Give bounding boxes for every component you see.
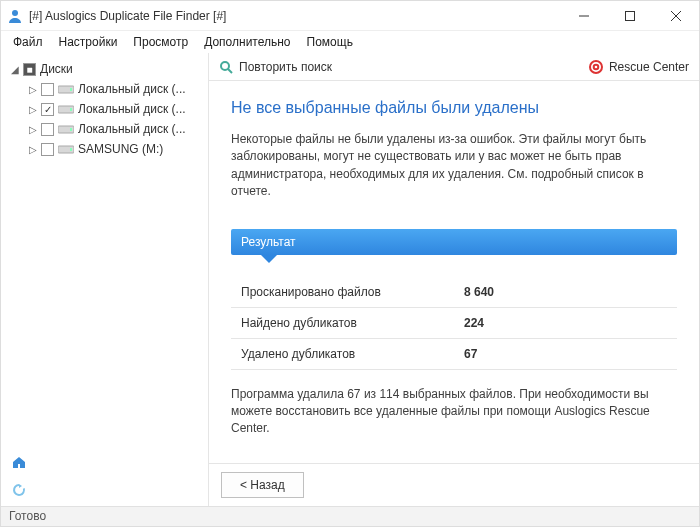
table-row: Найдено дубликатов 224 bbox=[231, 307, 677, 338]
menu-file[interactable]: Файл bbox=[5, 33, 51, 51]
table-row: Удалено дубликатов 67 bbox=[231, 338, 677, 369]
disk-icon bbox=[58, 123, 74, 135]
stat-label: Удалено дубликатов bbox=[231, 338, 454, 369]
svg-point-0 bbox=[12, 10, 18, 16]
tree-root[interactable]: ◢ ■ Диски bbox=[9, 59, 204, 79]
rescue-center-button[interactable]: Rescue Center bbox=[589, 60, 689, 74]
expand-icon[interactable]: ▷ bbox=[27, 104, 39, 115]
svg-rect-6 bbox=[70, 88, 72, 91]
disk-icon bbox=[58, 83, 74, 95]
footer-bar: < Назад bbox=[209, 463, 699, 506]
svg-point-13 bbox=[221, 62, 229, 70]
search-icon bbox=[219, 60, 233, 74]
disk-icon bbox=[58, 143, 74, 155]
result-paragraph: Некоторые файлы не были удалены из-за ош… bbox=[231, 131, 677, 201]
svg-point-16 bbox=[594, 64, 599, 69]
result-headline: Не все выбранные файлы были удалены bbox=[231, 99, 677, 117]
svg-rect-12 bbox=[70, 148, 72, 151]
repeat-label: Повторить поиск bbox=[239, 60, 332, 74]
tree-root-label: Диски bbox=[40, 62, 73, 76]
svg-rect-8 bbox=[70, 108, 72, 111]
menu-extra[interactable]: Дополнительно bbox=[196, 33, 298, 51]
disk-icon bbox=[58, 103, 74, 115]
home-icon[interactable] bbox=[11, 454, 27, 470]
result-section-label: Результат bbox=[241, 235, 296, 249]
checkbox[interactable]: ✓ bbox=[41, 103, 54, 116]
menu-settings[interactable]: Настройки bbox=[51, 33, 126, 51]
window-controls bbox=[561, 1, 699, 31]
close-button[interactable] bbox=[653, 1, 699, 31]
tree-item[interactable]: ▷ Локальный диск (... bbox=[27, 79, 204, 99]
stats-table: Просканировано файлов 8 640 Найдено дубл… bbox=[231, 277, 677, 370]
stat-value: 67 bbox=[454, 338, 677, 369]
rescue-label: Rescue Center bbox=[609, 60, 689, 74]
tree-item[interactable]: ▷ ✓ Локальный диск (... bbox=[27, 99, 204, 119]
toolbar: Повторить поиск Rescue Center bbox=[209, 53, 699, 81]
expand-icon[interactable]: ▷ bbox=[27, 144, 39, 155]
stat-label: Найдено дубликатов bbox=[231, 307, 454, 338]
summary-text: Программа удалила 67 из 114 выбранных фа… bbox=[231, 386, 677, 438]
svg-line-14 bbox=[228, 69, 232, 73]
svg-rect-2 bbox=[626, 11, 635, 20]
expand-icon[interactable]: ▷ bbox=[27, 124, 39, 135]
statusbar: Готово bbox=[1, 506, 699, 526]
maximize-button[interactable] bbox=[607, 1, 653, 31]
checkbox[interactable]: ■ bbox=[23, 63, 36, 76]
stat-value: 224 bbox=[454, 307, 677, 338]
table-row: Просканировано файлов 8 640 bbox=[231, 277, 677, 308]
app-icon bbox=[7, 8, 23, 24]
tree-item-label: Локальный диск (... bbox=[78, 122, 186, 136]
collapse-icon[interactable]: ◢ bbox=[9, 64, 21, 75]
sidebar: ◢ ■ Диски ▷ Локальный диск (... ▷ ✓ Лока… bbox=[1, 53, 209, 506]
repeat-search-button[interactable]: Повторить поиск bbox=[219, 60, 332, 74]
checkbox[interactable] bbox=[41, 143, 54, 156]
refresh-icon[interactable] bbox=[11, 482, 27, 498]
svg-point-15 bbox=[590, 61, 602, 73]
window-title: [#] Auslogics Duplicate File Finder [#] bbox=[29, 9, 226, 23]
main-panel: Повторить поиск Rescue Center Не все выб… bbox=[209, 53, 699, 506]
menubar: Файл Настройки Просмотр Дополнительно По… bbox=[1, 31, 699, 53]
life-ring-icon bbox=[589, 60, 603, 74]
stat-value: 8 640 bbox=[454, 277, 677, 308]
menu-help[interactable]: Помощь bbox=[299, 33, 361, 51]
disk-tree: ◢ ■ Диски ▷ Локальный диск (... ▷ ✓ Лока… bbox=[1, 53, 208, 446]
svg-rect-10 bbox=[70, 128, 72, 131]
status-text: Готово bbox=[9, 509, 46, 523]
minimize-button[interactable] bbox=[561, 1, 607, 31]
expand-icon[interactable]: ▷ bbox=[27, 84, 39, 95]
tree-item-label: Локальный диск (... bbox=[78, 82, 186, 96]
tree-item[interactable]: ▷ Локальный диск (... bbox=[27, 119, 204, 139]
result-section-header: Результат bbox=[231, 229, 677, 255]
menu-view[interactable]: Просмотр bbox=[125, 33, 196, 51]
checkbox[interactable] bbox=[41, 83, 54, 96]
checkbox[interactable] bbox=[41, 123, 54, 136]
tree-item-label: SAMSUNG (M:) bbox=[78, 142, 163, 156]
titlebar: [#] Auslogics Duplicate File Finder [#] bbox=[1, 1, 699, 31]
tree-item[interactable]: ▷ SAMSUNG (M:) bbox=[27, 139, 204, 159]
stat-label: Просканировано файлов bbox=[231, 277, 454, 308]
tree-item-label: Локальный диск (... bbox=[78, 102, 186, 116]
back-button[interactable]: < Назад bbox=[221, 472, 304, 498]
